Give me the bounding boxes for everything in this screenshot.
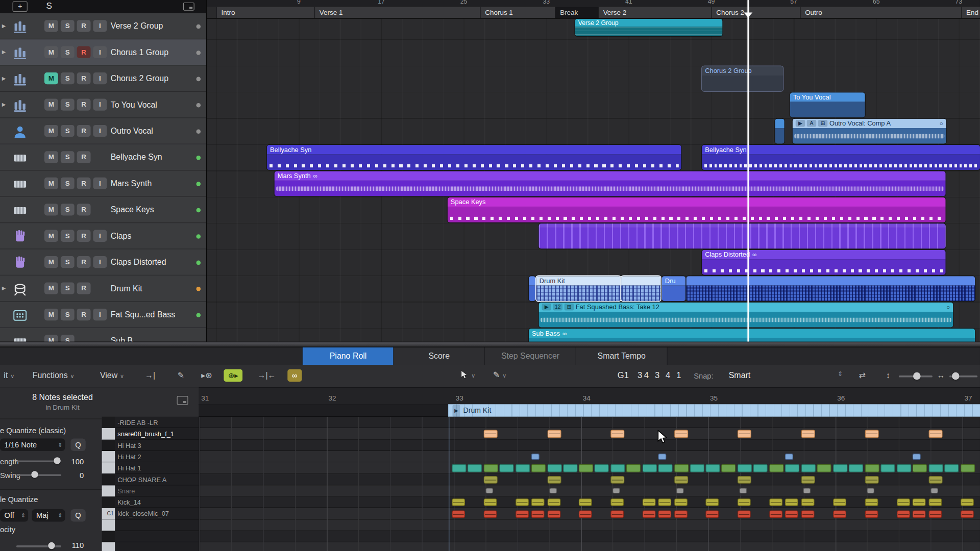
quantize-apply-button[interactable]: Q bbox=[70, 439, 85, 451]
piano-key[interactable] bbox=[102, 417, 115, 428]
midi-note[interactable] bbox=[929, 510, 942, 518]
midi-note[interactable] bbox=[674, 430, 688, 438]
midi-note[interactable] bbox=[833, 510, 846, 518]
midi-note[interactable] bbox=[801, 464, 816, 472]
mute-button[interactable]: M bbox=[44, 335, 58, 341]
midi-note[interactable] bbox=[516, 464, 530, 472]
solo-button[interactable]: S bbox=[61, 204, 75, 215]
piano-key[interactable] bbox=[102, 440, 115, 451]
swing-slider[interactable] bbox=[16, 470, 61, 479]
zoom-slider-horizontal-knob[interactable] bbox=[913, 372, 921, 380]
disclosure-arrow-icon[interactable]: ▶ bbox=[2, 286, 6, 291]
midi-note[interactable] bbox=[738, 476, 751, 484]
midi-note[interactable] bbox=[579, 510, 592, 518]
midi-note[interactable] bbox=[705, 464, 720, 472]
region-claps-distorted[interactable]: Claps Distorted∞ bbox=[702, 250, 946, 275]
midi-note[interactable] bbox=[801, 510, 815, 518]
midi-note[interactable] bbox=[626, 464, 641, 472]
region-outro-vocal-comp-a[interactable]: ▶A⊞○Outro Vocal: Comp A bbox=[793, 119, 946, 144]
midi-note[interactable] bbox=[643, 510, 656, 518]
piano-key[interactable] bbox=[102, 485, 115, 496]
midi-note[interactable] bbox=[484, 430, 498, 438]
midi-note[interactable] bbox=[531, 464, 546, 472]
region-clip[interactable] bbox=[775, 119, 784, 144]
input-monitor-button[interactable]: I bbox=[93, 46, 107, 58]
catch-playhead-icon[interactable]: →| bbox=[145, 370, 155, 380]
midi-note[interactable] bbox=[833, 464, 847, 472]
lane-name-chop-snare-a[interactable]: CHOP SNARE A bbox=[115, 474, 199, 485]
tab-step-sequencer[interactable]: Step Sequencer bbox=[485, 347, 576, 365]
solo-button[interactable]: S bbox=[61, 256, 75, 268]
solo-button[interactable]: S bbox=[61, 20, 75, 32]
midi-note[interactable] bbox=[769, 464, 783, 472]
midi-note[interactable] bbox=[865, 464, 879, 472]
piano-key[interactable] bbox=[102, 542, 115, 551]
region-bellyache-syn[interactable]: Bellyache Syn bbox=[702, 145, 980, 170]
pointer-tool-button[interactable]: ∨ bbox=[460, 370, 475, 379]
piano-key[interactable] bbox=[102, 428, 115, 439]
midi-note[interactable] bbox=[594, 464, 608, 472]
region-drum-kit[interactable]: Drum Kit bbox=[536, 276, 621, 301]
region-bellyache-syn[interactable]: Bellyache Syn bbox=[267, 145, 681, 170]
midi-note[interactable] bbox=[674, 464, 689, 472]
disclosure-arrow-icon[interactable]: ▶ bbox=[2, 76, 6, 81]
edit-menu[interactable]: it∨ bbox=[4, 370, 14, 380]
record-enable-button[interactable]: R bbox=[77, 230, 91, 242]
region-clip[interactable] bbox=[686, 276, 975, 301]
midi-note[interactable] bbox=[452, 510, 465, 518]
midi-note[interactable] bbox=[674, 498, 688, 506]
solo-button[interactable]: S bbox=[61, 46, 75, 58]
midi-note[interactable] bbox=[452, 464, 466, 472]
midi-note[interactable] bbox=[612, 488, 620, 494]
midi-note[interactable] bbox=[913, 454, 921, 460]
mute-button[interactable]: M bbox=[44, 20, 58, 32]
time-quantize-select[interactable]: 1/16 Note⇕ bbox=[0, 439, 65, 451]
display-mode-icon[interactable] bbox=[183, 3, 194, 11]
region-space-keys[interactable]: Space Keys bbox=[448, 197, 946, 222]
midi-note[interactable] bbox=[753, 464, 768, 472]
midi-note[interactable] bbox=[817, 464, 831, 472]
solo-mode-icon[interactable]: S bbox=[46, 1, 52, 11]
midi-note[interactable] bbox=[913, 498, 926, 506]
midi-note[interactable] bbox=[548, 430, 561, 438]
region-loop-icon[interactable]: ○ bbox=[946, 303, 950, 312]
midi-note[interactable] bbox=[738, 498, 751, 506]
snap-value-select[interactable]: Smart bbox=[729, 370, 750, 380]
zoom-vertical-icon[interactable]: ↕ bbox=[886, 370, 890, 380]
track-header-drum-kit[interactable]: ▶MSRDrum Kit bbox=[0, 276, 206, 302]
midi-note[interactable] bbox=[549, 488, 557, 494]
marker-intro[interactable]: Intro bbox=[216, 7, 314, 18]
tab-score[interactable]: Score bbox=[394, 347, 485, 365]
slider-knob[interactable] bbox=[31, 471, 38, 478]
midi-note[interactable] bbox=[801, 476, 815, 484]
solo-button[interactable]: S bbox=[61, 178, 75, 189]
midi-note[interactable] bbox=[643, 464, 657, 472]
link-panel-icon[interactable] bbox=[177, 396, 188, 405]
midi-note[interactable] bbox=[548, 510, 561, 518]
region-badge-icon[interactable]: ▶ bbox=[796, 120, 805, 127]
disclosure-arrow-icon[interactable]: ▶ bbox=[2, 49, 6, 55]
window-splitter[interactable] bbox=[0, 342, 980, 347]
region-mars-synth[interactable]: Mars Synth∞ bbox=[275, 171, 946, 196]
piano-key[interactable] bbox=[102, 519, 115, 531]
region-badge-icon[interactable]: A bbox=[807, 120, 816, 127]
region-fat-squashed-bass-take-12[interactable]: ▶12⊞○Fat Squashed Bass: Take 12 bbox=[539, 303, 953, 328]
midi-note[interactable] bbox=[785, 464, 799, 472]
strength-slider[interactable] bbox=[16, 457, 61, 465]
midi-note[interactable] bbox=[865, 510, 878, 518]
mute-button[interactable]: M bbox=[44, 309, 58, 320]
midi-note[interactable] bbox=[499, 464, 513, 472]
input-monitor-button[interactable]: I bbox=[93, 256, 107, 268]
stepper-icon[interactable]: ⇕ bbox=[58, 439, 62, 451]
record-enable-button[interactable]: R bbox=[77, 309, 91, 320]
solo-button[interactable]: S bbox=[61, 98, 75, 110]
track-header-fat-squ-ed-bass[interactable]: MSRIFat Squ...ed Bass bbox=[0, 302, 206, 328]
midi-note[interactable] bbox=[516, 510, 529, 518]
midi-note[interactable] bbox=[913, 510, 926, 518]
track-header-verse-2-group[interactable]: ▶MSRIVerse 2 Group bbox=[0, 13, 206, 39]
midi-note[interactable] bbox=[865, 430, 879, 438]
marker-verse-1[interactable]: Verse 1 bbox=[314, 7, 480, 18]
midi-note[interactable] bbox=[740, 488, 747, 494]
midi-note[interactable] bbox=[721, 464, 736, 472]
midi-note[interactable] bbox=[484, 498, 497, 506]
